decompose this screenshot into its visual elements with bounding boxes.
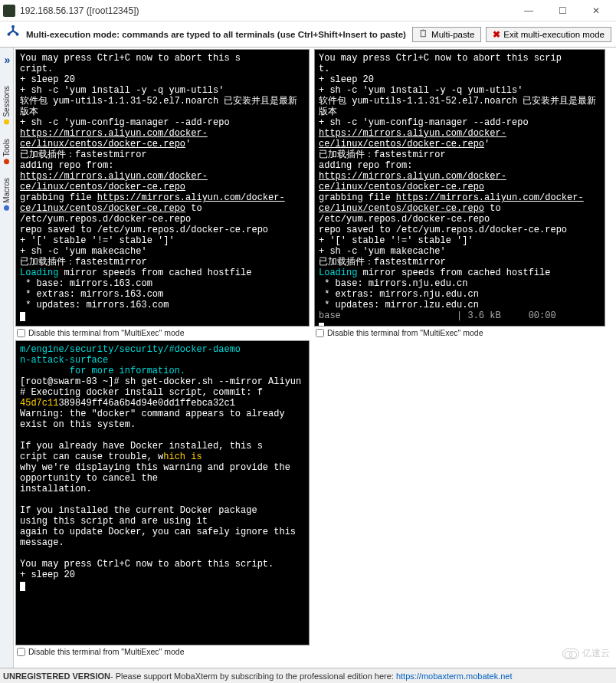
watermark: 亿速云	[562, 647, 610, 660]
disable-checkbox-3[interactable]	[17, 648, 25, 656]
terminal-1[interactable]: You may press Ctrl+C now to abort this s…	[15, 49, 310, 327]
content-area: » Sessions Tools Macros You may press Ct…	[0, 48, 616, 668]
sidebar-tools[interactable]: Tools	[2, 139, 11, 164]
status-text: - Please support MobaXterm by subscribin…	[110, 672, 394, 681]
app-icon	[3, 5, 15, 17]
terminal-2-wrap: You may press Ctrl+C now to abort this s…	[314, 49, 605, 340]
window-controls: — ☐ ✕	[512, 0, 613, 21]
disable-terminal-3[interactable]: Disable this terminal from "MultiExec" m…	[15, 645, 310, 659]
terminal-2[interactable]: You may press Ctrl+C now to abort this s…	[314, 49, 605, 327]
terminal-3-wrap: m/engine/security/security/#docker-daemo…	[15, 340, 310, 659]
minimize-button[interactable]: —	[512, 0, 546, 21]
disable-terminal-2[interactable]: Disable this terminal from "MultiExec" m…	[314, 327, 605, 340]
cursor-icon	[20, 312, 25, 321]
multi-paste-label: Multi-paste	[431, 30, 474, 39]
multiexec-message: Multi-execution mode: commands are typed…	[26, 30, 406, 39]
sidebar: » Sessions Tools Macros	[0, 48, 14, 668]
x-icon: ✖	[493, 29, 500, 40]
svg-point-0	[11, 25, 15, 28]
multiexec-toolbar: Multi-execution mode: commands are typed…	[0, 21, 616, 48]
chevron-icon[interactable]: »	[5, 54, 8, 66]
cursor-icon	[20, 582, 25, 591]
status-bold: UNREGISTERED VERSION	[3, 672, 110, 681]
fork-icon	[5, 25, 21, 44]
sidebar-macros[interactable]: Macros	[2, 178, 11, 211]
paste-icon	[419, 29, 428, 40]
terminals-grid: You may press Ctrl+C now to abort this s…	[14, 48, 616, 668]
disable-checkbox-1[interactable]	[17, 329, 25, 337]
svg-rect-4	[422, 29, 424, 31]
svg-rect-3	[421, 30, 425, 36]
sidebar-sessions[interactable]: Sessions	[2, 86, 11, 125]
window-title: 192.168.56.137 ([root12345])	[20, 5, 139, 16]
svg-point-2	[15, 32, 18, 35]
disable-terminal-1[interactable]: Disable this terminal from "MultiExec" m…	[15, 327, 310, 340]
multi-paste-button[interactable]: Multi-paste	[412, 27, 481, 42]
titlebar: 192.168.56.137 ([root12345]) — ☐ ✕	[0, 0, 616, 21]
svg-point-1	[7, 32, 10, 35]
status-bar: UNREGISTERED VERSION - Please support Mo…	[0, 668, 616, 683]
watermark-icon	[562, 649, 579, 659]
maximize-button[interactable]: ☐	[546, 0, 579, 21]
close-button[interactable]: ✕	[579, 0, 613, 21]
terminal-1-wrap: You may press Ctrl+C now to abort this s…	[15, 49, 310, 340]
terminal-3[interactable]: m/engine/security/security/#docker-daemo…	[15, 340, 310, 645]
status-link[interactable]: https://mobaxterm.mobatek.net	[396, 672, 513, 681]
exit-multiexec-label: Exit multi-execution mode	[503, 30, 605, 39]
disable-checkbox-2[interactable]	[316, 329, 324, 337]
exit-multiexec-button[interactable]: ✖ Exit multi-execution mode	[486, 27, 611, 42]
